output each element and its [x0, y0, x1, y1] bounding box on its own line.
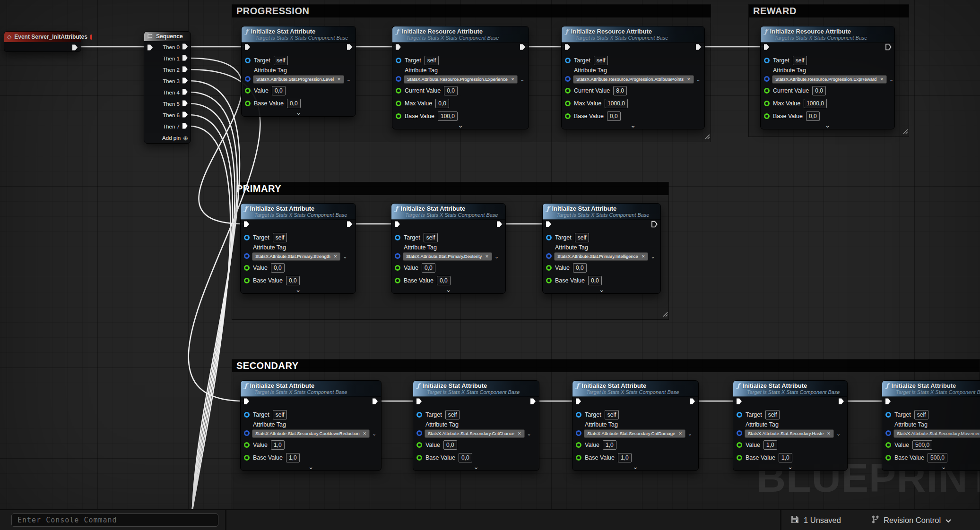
pin-float-icon[interactable]: [565, 101, 571, 106]
pin-float-icon[interactable]: [885, 455, 891, 461]
pin-value-input[interactable]: self: [793, 56, 807, 65]
pin-float-icon[interactable]: [396, 113, 401, 119]
gameplay-tag-chip[interactable]: StatsX.Attribute.Stat.Progression.Level✕: [253, 75, 344, 84]
exec-out-pin[interactable]: [347, 221, 353, 230]
tag-remove-icon[interactable]: ✕: [334, 253, 338, 260]
advanced-view-chevron-icon[interactable]: ⌄: [562, 122, 704, 128]
pin-float-icon[interactable]: [395, 265, 400, 271]
pin-float-icon[interactable]: [565, 88, 571, 94]
pin-float-icon[interactable]: [546, 278, 552, 283]
exec-out-pin[interactable]: [651, 221, 658, 230]
exec-in-pin[interactable]: [575, 398, 581, 407]
exec-out-pin[interactable]: [182, 100, 188, 109]
tag-dropdown-icon[interactable]: ⌄: [494, 254, 499, 260]
exec-out-pin[interactable]: [347, 43, 353, 52]
pin-object-icon[interactable]: [764, 58, 770, 63]
exec-out-pin[interactable]: [72, 44, 78, 53]
pin-float-icon[interactable]: [737, 442, 742, 448]
pin-value-input[interactable]: 1,0: [618, 453, 632, 462]
pin-float-icon[interactable]: [416, 455, 422, 461]
pin-float-icon[interactable]: [244, 455, 250, 461]
tag-pin-icon[interactable]: [244, 430, 250, 436]
tag-pin-icon[interactable]: [416, 430, 422, 436]
pin-float-icon[interactable]: [565, 113, 571, 119]
pin-value-input[interactable]: 0,0: [435, 99, 449, 108]
tag-pin-icon[interactable]: [885, 430, 891, 436]
node-initialize-resource-attribute-2[interactable]: ƒInitialize Resource AttributeTarget is …: [561, 26, 705, 129]
pin-value-input[interactable]: self: [594, 56, 608, 65]
sequence-then-pin-7[interactable]: Then 7: [163, 121, 188, 132]
exec-out-pin[interactable]: [530, 398, 536, 407]
pin-object-icon[interactable]: [245, 58, 251, 63]
tag-pin-icon[interactable]: [764, 76, 770, 82]
exec-out-pin[interactable]: [182, 54, 188, 63]
advanced-view-chevron-icon[interactable]: ⌄: [241, 464, 381, 470]
advanced-view-chevron-icon[interactable]: ⌄: [572, 464, 698, 470]
pin-object-icon[interactable]: [244, 235, 250, 240]
pin-value-input[interactable]: 0,0: [287, 99, 301, 108]
advanced-view-chevron-icon[interactable]: ⌄: [733, 464, 847, 470]
pin-value-input[interactable]: 0,0: [812, 86, 826, 95]
gameplay-tag-chip[interactable]: StatsX.Attribute.Stat.Secondary.CritChan…: [425, 429, 525, 438]
exec-in-pin[interactable]: [736, 398, 742, 407]
gameplay-tag-chip[interactable]: StatsX.Attribute.Resource.Progression.At…: [573, 75, 694, 84]
pin-float-icon[interactable]: [244, 265, 250, 271]
pin-object-icon[interactable]: [737, 412, 742, 418]
exec-out-pin[interactable]: [182, 43, 188, 52]
gameplay-tag-chip[interactable]: StatsX.Attribute.Resource.Progression.Ex…: [772, 75, 887, 84]
pin-float-icon[interactable]: [546, 265, 552, 271]
pin-value-input[interactable]: self: [424, 233, 438, 242]
exec-out-pin[interactable]: [885, 43, 892, 52]
exec-in-pin[interactable]: [243, 398, 250, 407]
tag-dropdown-icon[interactable]: ⌄: [688, 431, 692, 437]
pin-value-input[interactable]: 0,0: [607, 111, 621, 121]
tag-dropdown-icon[interactable]: ⌄: [650, 254, 655, 260]
revision-control-menu[interactable]: Revision Control: [871, 510, 952, 530]
pin-value-input[interactable]: self: [425, 56, 439, 65]
pin-value-input[interactable]: self: [605, 410, 619, 419]
exec-out-pin[interactable]: [520, 43, 526, 52]
pin-value-input[interactable]: 0,0: [444, 86, 458, 95]
tag-remove-icon[interactable]: ✕: [642, 253, 645, 260]
advanced-view-chevron-icon[interactable]: ⌄: [391, 287, 505, 293]
exec-in-pin[interactable]: [394, 221, 400, 230]
pin-value-input[interactable]: 0,0: [437, 276, 451, 285]
pin-float-icon[interactable]: [244, 442, 250, 448]
pin-value-input[interactable]: 1,0: [603, 440, 616, 450]
exec-out-pin[interactable]: [689, 398, 695, 407]
node-initialize-stat-attribute-11[interactable]: ƒInitialize Stat AttributeTarget is Stat…: [882, 380, 980, 471]
sequence-then-pin-4[interactable]: Then 4: [163, 87, 188, 98]
pin-value-input[interactable]: 0,0: [806, 111, 820, 121]
exec-in-pin[interactable]: [244, 43, 251, 52]
node-initialize-stat-attribute-6[interactable]: ƒInitialize Stat AttributeTarget is Stat…: [542, 203, 661, 294]
exec-out-pin[interactable]: [838, 398, 844, 407]
sequence-then-pin-1[interactable]: Then 1: [163, 53, 188, 64]
pin-value-input[interactable]: 100,0: [438, 111, 458, 121]
pin-value-input[interactable]: self: [273, 410, 287, 419]
pin-float-icon[interactable]: [245, 101, 251, 106]
exec-out-pin[interactable]: [182, 77, 188, 86]
exec-in-pin[interactable]: [564, 43, 571, 52]
tag-dropdown-icon[interactable]: ⌄: [343, 254, 347, 260]
advanced-view-chevron-icon[interactable]: ⌄: [543, 287, 660, 293]
tag-remove-icon[interactable]: ✕: [687, 76, 691, 83]
pin-value-input[interactable]: 1,0: [779, 453, 792, 462]
node-initialize-resource-attribute-1[interactable]: ƒInitialize Resource AttributeTarget is …: [392, 26, 529, 129]
tag-remove-icon[interactable]: ✕: [827, 430, 831, 437]
pin-object-icon[interactable]: [546, 235, 552, 240]
sequence-then-pin-6[interactable]: Then 6: [163, 110, 188, 121]
unsaved-status[interactable]: * 1 Unsaved: [790, 510, 841, 530]
pin-float-icon[interactable]: [764, 101, 770, 106]
pin-value-input[interactable]: 1000,0: [804, 99, 827, 108]
pin-value-input[interactable]: 0,0: [286, 276, 300, 285]
tag-pin-icon[interactable]: [576, 430, 581, 436]
advanced-view-chevron-icon[interactable]: ⌄: [882, 464, 980, 470]
exec-out-pin[interactable]: [182, 122, 188, 131]
pin-value-input[interactable]: self: [273, 233, 287, 242]
node-initialize-stat-attribute-9[interactable]: ƒInitialize Stat AttributeTarget is Stat…: [572, 380, 699, 471]
pin-float-icon[interactable]: [395, 278, 400, 283]
node-initialize-stat-attribute-0[interactable]: ƒInitialize Stat AttributeTarget is Stat…: [241, 26, 356, 117]
node-initialize-stat-attribute-5[interactable]: ƒInitialize Stat AttributeTarget is Stat…: [391, 203, 506, 294]
pin-value-input[interactable]: 1,0: [763, 440, 777, 450]
pin-value-input[interactable]: self: [445, 410, 460, 419]
